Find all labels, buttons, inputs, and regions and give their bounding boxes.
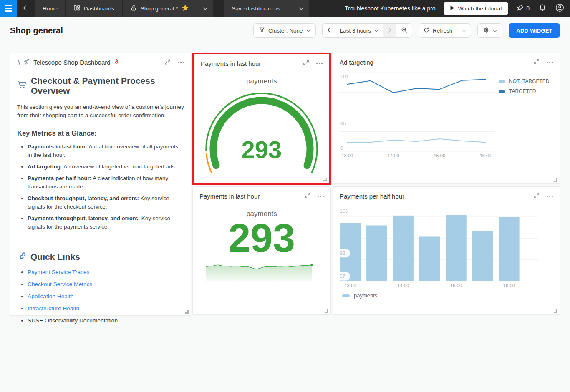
quick-link[interactable]: Infrastructure Health <box>28 305 79 312</box>
svg-text:293: 293 <box>242 136 282 163</box>
pin-button[interactable]: 0 <box>516 4 530 13</box>
quick-link[interactable]: Checkout Service Metrics <box>28 281 92 287</box>
tab-dashboards[interactable]: Dashboards <box>66 0 122 17</box>
quick-link[interactable]: Application Health <box>28 293 73 299</box>
favorite-star-icon[interactable] <box>182 4 189 13</box>
svg-text:15:00: 15:00 <box>450 283 462 288</box>
legend-label: NOT_TARGETED <box>509 78 549 84</box>
widget-actions <box>164 59 184 66</box>
refresh-interval-button[interactable] <box>457 24 471 37</box>
time-forward-button[interactable] <box>383 24 396 37</box>
widget-menu-button[interactable] <box>547 62 553 63</box>
link-icon <box>17 251 26 262</box>
markdown-intro: This section gives you an end-to-end vie… <box>17 103 184 120</box>
markdown-hash: # <box>17 59 20 66</box>
widget-menu-button[interactable] <box>318 196 324 197</box>
refresh-group: Refresh <box>419 23 471 38</box>
widget-actions <box>533 192 553 200</box>
svg-text:65: 65 <box>340 121 346 126</box>
tab-home[interactable]: Home <box>35 0 65 17</box>
resize-handle[interactable] <box>554 178 557 182</box>
quick-link-item: Payment Service Traces <box>28 268 184 276</box>
sparkline-chart[interactable] <box>193 257 330 286</box>
dashboard-settings-button[interactable] <box>477 23 502 38</box>
menu-button[interactable] <box>0 0 17 17</box>
svg-text:156: 156 <box>340 209 348 214</box>
quick-link-item: Application Health <box>28 292 184 301</box>
quick-link[interactable]: Payment Service Traces <box>28 269 89 275</box>
widget-header: Payments per half hour <box>333 187 560 201</box>
chevron-down-icon <box>462 28 466 34</box>
chevron-down-icon <box>306 28 310 34</box>
quick-link-item: Infrastructure Health <box>28 304 184 313</box>
svg-text:14:00: 14:00 <box>397 283 409 288</box>
bar-legend[interactable]: payments <box>342 292 560 299</box>
quick-links-heading: Quick Links <box>17 251 184 262</box>
widget-payments-per-half-hour: Payments per half hour 156925713:0014:00… <box>333 186 560 315</box>
back-button[interactable] <box>22 5 29 13</box>
cart-icon <box>17 80 27 91</box>
ellipsis-icon <box>547 196 553 197</box>
time-range-group: Last 3 hours <box>322 23 412 38</box>
ellipsis-icon <box>316 63 323 64</box>
legend-item[interactable]: NOT_TARGETED <box>499 78 557 84</box>
resize-handle[interactable] <box>325 309 328 313</box>
legend-label: TARGETED <box>509 88 536 94</box>
refresh-button[interactable]: Refresh <box>419 24 457 37</box>
watch-tutorial-label: Watch the tutorial <box>458 5 502 12</box>
ellipsis-icon <box>547 62 553 63</box>
widget-title: Payments per half hour <box>340 193 533 200</box>
user-avatar[interactable] <box>555 3 564 13</box>
notifications-button[interactable] <box>539 4 546 13</box>
legend-swatch <box>499 80 505 83</box>
legend-swatch <box>499 90 505 93</box>
cluster-filter-label: Cluster: None <box>268 28 303 34</box>
resize-handle[interactable] <box>185 310 189 314</box>
expand-widget-button[interactable] <box>304 192 310 200</box>
svg-text:92: 92 <box>340 251 346 256</box>
legend-item[interactable]: TARGETED <box>499 88 557 94</box>
page-header: Shop general Cluster: None Last 3 h <box>0 17 570 44</box>
zoom-out-button[interactable] <box>396 24 412 37</box>
resize-handle[interactable] <box>323 178 327 181</box>
rocket-icon <box>113 58 120 66</box>
expand-widget-button[interactable] <box>533 192 540 200</box>
expand-widget-button[interactable] <box>164 59 171 66</box>
expand-widget-button[interactable] <box>303 60 309 67</box>
time-back-button[interactable] <box>323 24 335 37</box>
key-metrics-list: Payments in last hour: A real-time overv… <box>17 143 184 231</box>
tab-shop-general[interactable]: Shop general * <box>123 0 197 17</box>
time-range-label: Last 3 hours <box>340 28 371 34</box>
bar-chart[interactable]: 156925713:0014:0015:0016:00 <box>333 201 560 291</box>
markdown-heading: Checkout & Payment Process Overview <box>17 76 184 96</box>
cluster-filter-button[interactable]: Cluster: None <box>253 23 316 38</box>
watch-tutorial-button[interactable]: Watch the tutorial <box>444 2 508 15</box>
save-dashboard-as-menu-button[interactable] <box>293 0 309 17</box>
widget-menu-button[interactable] <box>316 63 323 64</box>
save-dashboard-as-button[interactable]: Save dashboard as... <box>224 0 293 17</box>
widget-menu-button[interactable] <box>178 62 184 63</box>
widget-menu-button[interactable] <box>547 196 553 197</box>
widget-title: Payments in last hour <box>199 193 304 200</box>
lock-open-icon <box>130 5 137 13</box>
quick-links-list: Payment Service TracesCheckout Service M… <box>17 268 184 325</box>
widget-ad-targeting: Ad targeting 18465013:0014:0015:0016:00 … <box>333 53 560 184</box>
quick-link[interactable]: SUSE Observability Documentation <box>28 317 118 324</box>
tab-shop-general-menu-button[interactable] <box>197 0 213 17</box>
dashboard-toolbar: Cluster: None Last 3 hours <box>253 23 560 38</box>
widget-title: Ad targeting <box>340 59 533 66</box>
widget-telescope-dashboard: # Telescope Shop Dashboard <box>10 53 191 316</box>
expand-widget-button[interactable] <box>533 58 540 66</box>
expand-icon <box>533 192 540 200</box>
ad-targeting-chart[interactable]: 18465013:0014:0015:0016:00 <box>338 68 499 161</box>
resize-handle[interactable] <box>554 309 557 313</box>
tab-shop-general-label: Shop general * <box>141 5 178 12</box>
add-widget-button[interactable]: ADD WIDGET <box>509 23 560 38</box>
time-range-button[interactable]: Last 3 hours <box>335 24 383 37</box>
chevron-right-icon <box>388 28 391 34</box>
gauge-chart[interactable]: 293 <box>194 86 329 181</box>
ad-legend: NOT_TARGETEDTARGETED <box>499 68 557 161</box>
ellipsis-icon <box>178 62 184 63</box>
divider <box>17 242 184 242</box>
page-title: Shop general <box>10 26 63 35</box>
